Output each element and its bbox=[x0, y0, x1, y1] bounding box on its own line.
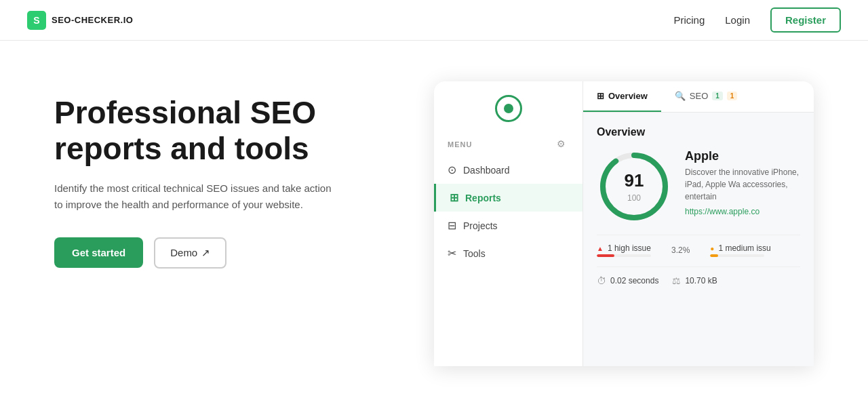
pricing-link[interactable]: Pricing bbox=[673, 14, 705, 26]
clock-icon: ⏱ bbox=[597, 275, 606, 286]
medium-issue-item: ● 1 medium issu bbox=[710, 243, 770, 253]
high-issue-group: ▲ 1 high issue bbox=[597, 243, 651, 257]
score-number: 91 bbox=[625, 170, 644, 191]
sidebar-item-dashboard[interactable]: ⊙ Dashboard bbox=[434, 156, 583, 184]
reports-icon: ⊞ bbox=[450, 191, 458, 204]
settings-icon: ⚙ bbox=[557, 138, 569, 151]
score-text: 91 100 bbox=[625, 170, 644, 203]
issue-row: ▲ 1 high issue 3.2% ● 1 medium issu bbox=[597, 235, 800, 257]
mock-menu-text: MENU bbox=[448, 140, 472, 149]
nav-links: Pricing Login Register bbox=[673, 7, 841, 33]
overview-section-title: Overview bbox=[597, 126, 800, 138]
bottom-stats: ⏱ 0.02 seconds ⚖ 10.70 kB bbox=[597, 266, 800, 286]
overview-tab-label: Overview bbox=[608, 91, 648, 101]
demo-label: Demo bbox=[170, 247, 197, 258]
navbar: S SEO-CHECKER.IO Pricing Login Register bbox=[0, 0, 868, 41]
mock-logo-circle bbox=[495, 95, 522, 122]
site-desc: Discover the innovative iPhone, iPad, Ap… bbox=[685, 166, 800, 203]
sidebar-item-tools[interactable]: ✂ Tools bbox=[434, 239, 583, 267]
hero-subtitle: Identify the most critical technical SEO… bbox=[54, 180, 339, 213]
get-started-button[interactable]: Get started bbox=[54, 237, 143, 268]
page-size-label: 10.70 kB bbox=[685, 276, 717, 285]
page-size-stat: ⚖ 10.70 kB bbox=[672, 275, 717, 286]
register-button[interactable]: Register bbox=[770, 7, 841, 33]
mock-logo bbox=[434, 95, 583, 122]
high-issue-label: 1 high issue bbox=[608, 243, 651, 253]
logo-area: S SEO-CHECKER.IO bbox=[27, 11, 133, 30]
hero-section: Professional SEO reports and tools Ident… bbox=[0, 41, 868, 366]
dashboard-icon: ⊙ bbox=[448, 163, 456, 176]
sidebar-item-reports[interactable]: ⊞ Reports bbox=[434, 184, 583, 212]
sidebar-item-reports-label: Reports bbox=[465, 193, 501, 203]
mock-logo-inner bbox=[504, 104, 513, 113]
seo-search-icon: 🔍 bbox=[675, 91, 686, 101]
projects-icon: ⊟ bbox=[448, 219, 456, 232]
medium-issue-dot-icon: ● bbox=[710, 245, 714, 252]
demo-arrow-icon: ↗ bbox=[201, 247, 210, 259]
high-issue-pct: 3.2% bbox=[671, 245, 690, 255]
mock-content: Overview 91 100 bbox=[583, 113, 814, 300]
mock-menu-label: MENU ⚙ bbox=[434, 138, 583, 151]
high-issue-triangle-icon: ▲ bbox=[597, 245, 604, 252]
sidebar-item-projects-label: Projects bbox=[463, 220, 498, 231]
hero-text: Professional SEO reports and tools Ident… bbox=[54, 81, 380, 269]
sidebar-item-projects[interactable]: ⊟ Projects bbox=[434, 212, 583, 239]
score-circle: 91 100 bbox=[597, 149, 671, 224]
medium-issue-group: ● 1 medium issu bbox=[710, 243, 770, 257]
hero-buttons: Get started Demo ↗ bbox=[54, 237, 380, 269]
site-name: Apple bbox=[685, 149, 800, 163]
logo-text: SEO-CHECKER.IO bbox=[52, 15, 133, 25]
medium-issue-label: 1 medium issu bbox=[718, 243, 770, 253]
tab-seo[interactable]: 🔍 SEO 1 1 bbox=[661, 81, 751, 112]
load-time-stat: ⏱ 0.02 seconds bbox=[597, 275, 658, 286]
app-mockup: MENU ⚙ ⊙ Dashboard ⊞ Reports ⊟ Projects … bbox=[434, 81, 814, 366]
score-max: 100 bbox=[627, 193, 641, 203]
seo-badge-1: 1 bbox=[712, 92, 723, 100]
logo-icon: S bbox=[27, 11, 46, 30]
login-link[interactable]: Login bbox=[725, 14, 750, 26]
site-url[interactable]: https://www.apple.co bbox=[685, 207, 800, 216]
tab-overview[interactable]: ⊞ Overview bbox=[583, 81, 661, 112]
mock-tabs: ⊞ Overview 🔍 SEO 1 1 bbox=[583, 81, 814, 113]
mock-main: ⊞ Overview 🔍 SEO 1 1 Overview bbox=[583, 81, 814, 366]
mock-sidebar: MENU ⚙ ⊙ Dashboard ⊞ Reports ⊟ Projects … bbox=[434, 81, 583, 366]
overview-tab-icon: ⊞ bbox=[597, 91, 604, 101]
high-issue-progress bbox=[597, 254, 651, 257]
sidebar-item-tools-label: Tools bbox=[463, 248, 486, 259]
demo-button[interactable]: Demo ↗ bbox=[154, 237, 226, 269]
scale-icon: ⚖ bbox=[672, 275, 681, 286]
load-time-label: 0.02 seconds bbox=[610, 276, 658, 285]
overview-card: 91 100 Apple Discover the innovative iPh… bbox=[597, 149, 800, 224]
medium-issue-progress bbox=[710, 254, 764, 257]
apple-info: Apple Discover the innovative iPhone, iP… bbox=[685, 149, 800, 216]
seo-tab-label: SEO bbox=[690, 91, 708, 101]
seo-badge-2: 1 bbox=[727, 92, 738, 100]
hero-title: Professional SEO reports and tools bbox=[54, 95, 380, 167]
sidebar-item-dashboard-label: Dashboard bbox=[463, 165, 510, 176]
tools-icon: ✂ bbox=[448, 247, 456, 260]
high-issue-item: ▲ 1 high issue bbox=[597, 243, 651, 253]
